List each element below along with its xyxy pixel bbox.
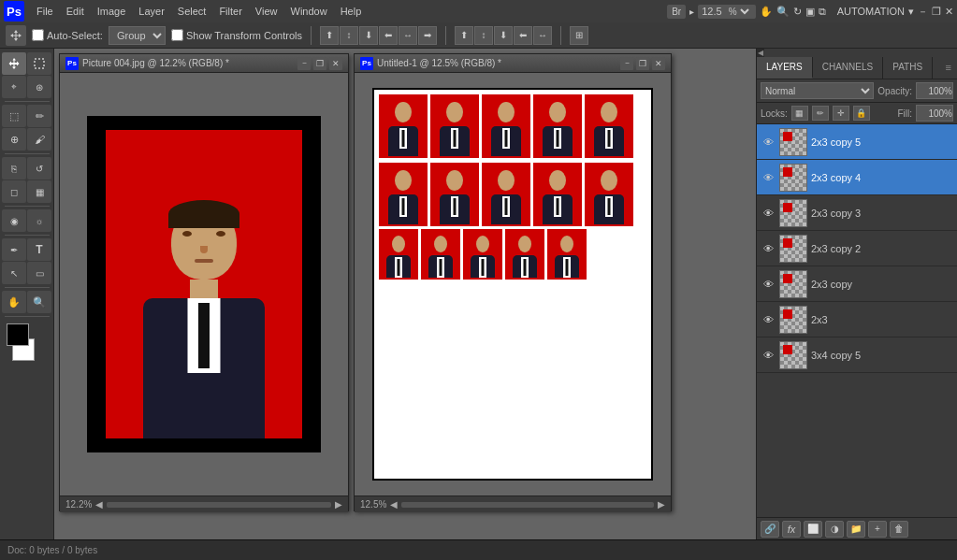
menu-help[interactable]: Help: [334, 4, 369, 19]
menu-view[interactable]: View: [249, 4, 284, 19]
tab-paths[interactable]: PATHS: [883, 57, 933, 79]
layer-eye-3[interactable]: 👁: [761, 206, 776, 221]
quick-select-btn[interactable]: ⊛: [27, 76, 51, 98]
align-right-btn[interactable]: ➡: [418, 26, 437, 45]
bridge-button[interactable]: Br: [667, 5, 686, 19]
shape-tool-btn[interactable]: ▭: [27, 262, 51, 284]
foreground-color[interactable]: [7, 323, 29, 346]
doc1-minimize[interactable]: －: [297, 57, 311, 70]
move-tool-btn[interactable]: [2, 52, 26, 75]
blend-mode-select[interactable]: Normal: [761, 82, 874, 99]
opacity-input[interactable]: [916, 82, 953, 99]
crop-tool-btn[interactable]: ⬚: [2, 105, 26, 127]
blur-btn[interactable]: ◉: [2, 209, 26, 232]
lock-pixels-btn[interactable]: ✏: [812, 106, 829, 121]
lock-position-btn[interactable]: ✛: [833, 106, 849, 121]
select-tool-btn[interactable]: [27, 52, 51, 75]
auto-select-input[interactable]: [32, 29, 44, 41]
layer-eye-5[interactable]: 👁: [761, 277, 776, 292]
doc1-nav-left[interactable]: ◀: [95, 499, 103, 510]
layer-item-4[interactable]: 👁 2x3 copy 2: [757, 231, 957, 266]
doc1-maximize[interactable]: ❐: [313, 57, 326, 70]
zoom-tool-btn[interactable]: 🔍: [27, 291, 51, 313]
clone-stamp-btn[interactable]: ⎘: [2, 157, 26, 179]
menu-edit[interactable]: Edit: [60, 4, 91, 19]
dodge-btn[interactable]: ☼: [27, 209, 51, 232]
minimize-icon[interactable]: －: [918, 5, 928, 19]
add-mask-btn[interactable]: ⬜: [804, 521, 822, 538]
move-tool-icon[interactable]: [6, 25, 26, 46]
type-tool-btn[interactable]: T: [27, 238, 51, 261]
auto-select-dropdown[interactable]: Group Layer: [109, 26, 166, 45]
group-btn[interactable]: 📁: [847, 521, 865, 538]
auto-align-btn[interactable]: ⊞: [570, 26, 588, 45]
eraser-btn[interactable]: ◻: [2, 180, 26, 203]
dist-hcenter-btn[interactable]: ↔: [533, 26, 552, 45]
align-left-btn[interactable]: ⬅: [379, 26, 398, 45]
transform-checkbox[interactable]: Show Transform Controls: [171, 29, 302, 41]
dist-top-btn[interactable]: ⬆: [455, 26, 473, 45]
auto-select-checkbox[interactable]: Auto-Select:: [32, 29, 103, 41]
panel-collapse-arrow[interactable]: ◀: [757, 49, 764, 57]
align-bottom-btn[interactable]: ⬇: [359, 26, 378, 45]
align-top-btn[interactable]: ⬆: [320, 26, 339, 45]
history-brush-btn[interactable]: ↺: [27, 157, 51, 179]
layer-eye-7[interactable]: 👁: [761, 348, 776, 363]
layer-item-3[interactable]: 👁 2x3 copy 3: [757, 195, 957, 231]
doc2-close[interactable]: ✕: [652, 57, 665, 70]
close-icon[interactable]: ✕: [945, 6, 953, 18]
dist-bottom-btn[interactable]: ⬇: [494, 26, 513, 45]
zoom-unit-select[interactable]: %: [725, 6, 752, 18]
doc1-close[interactable]: ✕: [329, 57, 342, 70]
menu-select[interactable]: Select: [171, 4, 213, 19]
align-hcenter-btn[interactable]: ↔: [399, 26, 417, 45]
layer-eye-6[interactable]: 👁: [761, 312, 776, 327]
doc2-nav-right[interactable]: ▶: [658, 499, 665, 510]
panel-menu-icon[interactable]: ≡: [940, 57, 957, 79]
menu-window[interactable]: Window: [284, 4, 334, 19]
menu-image[interactable]: Image: [91, 4, 133, 19]
fx-btn[interactable]: fx: [782, 521, 801, 538]
layer-item-6[interactable]: 👁 2x3: [757, 302, 957, 337]
delete-layer-btn[interactable]: 🗑: [890, 521, 908, 538]
layer-eye-4[interactable]: 👁: [761, 241, 776, 256]
lock-all-btn[interactable]: 🔒: [853, 106, 870, 121]
layer-item-7[interactable]: 👁 3x4 copy 5: [757, 337, 957, 373]
automation-dropdown-icon[interactable]: ▾: [908, 6, 914, 18]
align-vcenter-btn[interactable]: ↕: [340, 26, 358, 45]
tab-channels[interactable]: CHANNELS: [813, 57, 883, 79]
menu-filter[interactable]: Filter: [212, 4, 248, 19]
layer-item-5[interactable]: 👁 2x3 copy: [757, 266, 957, 302]
transform-input[interactable]: [171, 29, 183, 41]
lock-transparency-btn[interactable]: ▦: [791, 106, 808, 121]
layer-item-1[interactable]: 👁 2x3 copy 5: [757, 124, 957, 160]
eyedropper-btn[interactable]: ✏: [27, 105, 51, 127]
color-preview[interactable]: [7, 323, 48, 361]
restore-icon[interactable]: ❐: [932, 6, 941, 18]
doc2-minimize[interactable]: －: [620, 57, 633, 70]
doc1-scrollbar[interactable]: [107, 502, 331, 508]
doc2-titlebar[interactable]: Ps Untitled-1 @ 12.5% (RGB/8) * － ❐ ✕: [355, 54, 671, 73]
layer-eye-1[interactable]: 👁: [761, 135, 776, 150]
hand-tool-btn[interactable]: ✋: [2, 291, 26, 313]
doc2-nav-left[interactable]: ◀: [390, 499, 398, 510]
pen-tool-btn[interactable]: ✒: [2, 238, 26, 261]
doc1-nav-right[interactable]: ▶: [335, 499, 342, 510]
doc2-scrollbar[interactable]: [401, 502, 654, 508]
gradient-btn[interactable]: ▦: [27, 180, 51, 203]
menu-file[interactable]: File: [30, 4, 60, 19]
dist-vcenter-btn[interactable]: ↕: [474, 26, 493, 45]
fill-input[interactable]: [916, 105, 953, 122]
dist-left-btn[interactable]: ⬅: [514, 26, 532, 45]
adjustment-btn[interactable]: ◑: [825, 521, 844, 538]
new-layer-btn[interactable]: +: [868, 521, 887, 538]
tab-layers[interactable]: LAYERS: [757, 57, 813, 79]
lasso-tool-btn[interactable]: ⌖: [2, 76, 26, 98]
link-layers-btn[interactable]: 🔗: [761, 521, 779, 538]
path-select-btn[interactable]: ↖: [2, 262, 26, 284]
brush-tool-btn[interactable]: 🖌: [27, 128, 51, 151]
menu-layer[interactable]: Layer: [132, 4, 171, 19]
layer-eye-2[interactable]: 👁: [761, 170, 776, 185]
doc1-titlebar[interactable]: Ps Picture 004.jpg @ 12.2% (RGB/8) * － ❐…: [60, 54, 348, 73]
layer-item-2[interactable]: 👁 2x3 copy 4: [757, 160, 957, 195]
